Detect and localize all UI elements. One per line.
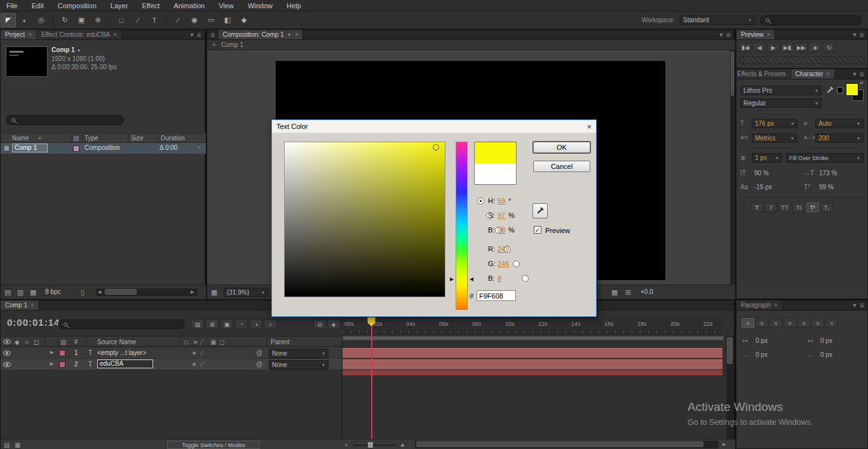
- label-color-chip[interactable]: [73, 145, 79, 152]
- parent-pickwhip-icon[interactable]: @: [256, 349, 262, 356]
- graph-editor-icon[interactable]: ≈: [264, 319, 277, 329]
- chevron-down-icon[interactable]: ▼: [287, 32, 292, 37]
- column-type[interactable]: Type: [85, 135, 98, 142]
- eyedropper-button[interactable]: [532, 203, 548, 218]
- selected-layer-span-bar[interactable]: [342, 370, 722, 375]
- justify-last-left-button[interactable]: ≡: [783, 318, 796, 328]
- camera-tool-icon[interactable]: ▣: [74, 13, 89, 27]
- close-icon[interactable]: ×: [113, 31, 117, 38]
- comp-summary-name[interactable]: Comp 1 ▼: [51, 46, 81, 53]
- quality-switch[interactable]: ∗: [191, 361, 196, 368]
- twirl-icon[interactable]: ▶: [50, 361, 53, 366]
- draft-3d-icon[interactable]: ⊞: [206, 319, 219, 329]
- layer-2-duration-bar[interactable]: [342, 359, 722, 370]
- faux-bold-button[interactable]: T: [750, 203, 763, 212]
- justify-last-right-button[interactable]: ≡: [811, 318, 824, 328]
- toggle-switches-modes-button[interactable]: Toggle Switches / Modes: [167, 441, 260, 449]
- scrollbar-thumb[interactable]: [731, 51, 734, 96]
- hue-radio[interactable]: [477, 198, 484, 204]
- parent-dropdown[interactable]: None ▼: [269, 349, 329, 358]
- table-row[interactable]: ▦ Comp 1 Composition Δ 0:00 ◔: [1, 143, 206, 154]
- close-icon[interactable]: ×: [28, 31, 32, 38]
- font-style-dropdown[interactable]: Regular ▼: [740, 98, 822, 108]
- close-icon[interactable]: ×: [767, 31, 771, 38]
- dialog-titlebar[interactable]: Text Color ×: [272, 120, 596, 133]
- eraser-tool-icon[interactable]: ▭: [203, 13, 219, 27]
- swap-fill-stroke-icon[interactable]: ⇄: [860, 81, 864, 86]
- saturation-value[interactable]: 97: [498, 211, 505, 219]
- vertical-scale-value[interactable]: 90 %: [754, 170, 769, 177]
- brush-tool-icon[interactable]: ∕: [170, 13, 186, 27]
- saturation-brightness-field[interactable]: [284, 142, 445, 297]
- close-icon[interactable]: ×: [826, 70, 830, 77]
- timeline-hscrollbar[interactable]: [415, 441, 719, 448]
- hide-shy-layers-icon[interactable]: ▣: [220, 319, 233, 329]
- fill-color-swatch[interactable]: [846, 83, 858, 96]
- eye-icon[interactable]: [3, 362, 11, 367]
- exposure-value[interactable]: +0.0: [641, 288, 653, 295]
- tab-preview[interactable]: Preview ×: [736, 30, 775, 39]
- tab-project[interactable]: Project ×: [1, 30, 37, 39]
- live-update-icon[interactable]: ◈: [327, 319, 340, 329]
- layer-1-duration-bar[interactable]: [342, 348, 722, 358]
- hex-input[interactable]: F9F608: [477, 290, 516, 301]
- dialog-close-icon[interactable]: ×: [587, 122, 592, 131]
- blue-value[interactable]: 8: [498, 274, 501, 282]
- cancel-button[interactable]: Cancel: [533, 161, 590, 172]
- layer-row-2[interactable]: ▶ 2 T eduCBA ∗ ∕ @ None ▼: [1, 359, 342, 370]
- ok-button[interactable]: OK: [533, 142, 590, 153]
- baseline-shift-value[interactable]: -15 px: [754, 184, 772, 191]
- twirl-icon[interactable]: ▶: [50, 350, 53, 355]
- composition-vscrollbar[interactable]: [730, 50, 735, 285]
- tab-composition[interactable]: Composition: Comp 1 ▼ ×: [219, 30, 304, 39]
- close-icon[interactable]: ×: [295, 31, 299, 38]
- tab-character[interactable]: Character ×: [791, 69, 836, 79]
- project-search-input[interactable]: [6, 115, 124, 125]
- interpret-footage-icon[interactable]: ▤: [4, 288, 11, 297]
- clone-stamp-tool-icon[interactable]: ◉: [187, 13, 202, 27]
- menu-file[interactable]: File: [6, 2, 18, 10]
- blue-radio[interactable]: [522, 275, 529, 282]
- column-size[interactable]: Size: [131, 135, 143, 142]
- scroll-right-icon[interactable]: ▶: [722, 442, 726, 447]
- zoom-out-mountain-icon[interactable]: ▴: [345, 442, 348, 447]
- menu-effect[interactable]: Effect: [142, 2, 159, 10]
- magnification-dropdown[interactable]: (31.9%) ▼: [224, 288, 268, 297]
- preview-checkbox[interactable]: ✓: [534, 226, 541, 234]
- last-frame-button[interactable]: ▶▶: [795, 43, 808, 52]
- hue-slider-left-arrow-icon[interactable]: ▶: [450, 276, 454, 282]
- tab-paragraph[interactable]: Paragraph ×: [736, 300, 783, 310]
- superscript-button[interactable]: T¹: [806, 203, 819, 212]
- indent-right-value[interactable]: 0 px: [820, 337, 832, 344]
- align-right-button[interactable]: ≡: [770, 318, 782, 328]
- zoom-tool-icon[interactable]: ◎: [34, 13, 49, 27]
- frame-blending-icon[interactable]: ◔: [235, 319, 248, 329]
- kerning-dropdown[interactable]: Metrics ▼: [752, 133, 797, 143]
- menu-layer[interactable]: Layer: [111, 2, 128, 10]
- panel-menu-icon[interactable]: ▼≣: [849, 300, 867, 310]
- pen-tool-icon[interactable]: ∕: [130, 13, 146, 27]
- close-icon[interactable]: ×: [31, 302, 34, 309]
- panel-menu-icon[interactable]: ▼≣: [186, 30, 205, 39]
- panel-menu-icon[interactable]: ▼≣: [849, 69, 867, 79]
- menu-view[interactable]: View: [219, 2, 234, 10]
- scrollbar-thumb[interactable]: [727, 337, 733, 364]
- leading-dropdown[interactable]: Auto ▼: [815, 119, 864, 128]
- red-value[interactable]: 249: [498, 245, 509, 253]
- solo-column-icon[interactable]: ○: [25, 338, 29, 345]
- tab-effects-presets[interactable]: Effects & Presets: [736, 69, 791, 79]
- all-caps-button[interactable]: TT: [778, 203, 791, 212]
- space-after-value[interactable]: 0 px: [820, 351, 832, 358]
- comp-mini-flowchart-icon[interactable]: ▤: [191, 319, 204, 329]
- current-time-indicator-line[interactable]: [371, 316, 372, 439]
- fx-switch[interactable]: ∕: [201, 349, 203, 356]
- expand-in-point-icon[interactable]: ▤: [4, 441, 10, 448]
- label-color-column-icon[interactable]: ▧: [73, 135, 79, 142]
- audio-column-icon[interactable]: ◈: [15, 338, 20, 345]
- hue-slider-right-arrow-icon[interactable]: ◀: [470, 276, 473, 282]
- mask-shape-tool-icon[interactable]: □: [114, 13, 129, 27]
- parent-pickwhip-icon[interactable]: @: [256, 361, 262, 368]
- comp-thumbnail[interactable]: [6, 46, 48, 77]
- align-center-button[interactable]: ≡: [756, 318, 768, 328]
- faux-italic-button[interactable]: T: [764, 203, 777, 212]
